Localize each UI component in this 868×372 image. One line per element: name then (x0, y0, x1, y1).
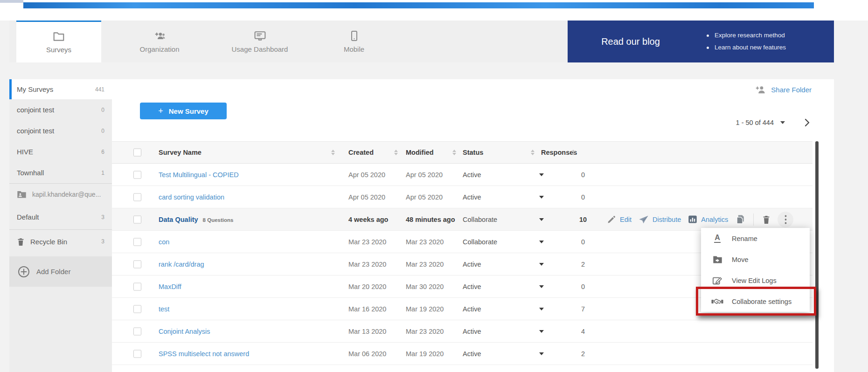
sort-icon-status[interactable] (531, 150, 535, 155)
status-cell: Active (463, 305, 481, 313)
row-checkbox[interactable] (133, 215, 141, 223)
survey-name-link[interactable]: MaxDiff (159, 283, 181, 290)
responses-cell: 0 (560, 193, 606, 201)
tab-usage-dashboard[interactable]: Usage Dashboard (218, 21, 302, 62)
created-cell: Mar 06 2020 (348, 350, 386, 358)
topbar-progress-bar (23, 2, 814, 8)
folder-count: 0 (101, 128, 104, 134)
status-dropdown-caret[interactable] (539, 173, 544, 176)
delete-button[interactable] (762, 215, 771, 224)
folder-count: 6 (101, 149, 104, 155)
select-all-checkbox[interactable] (133, 149, 141, 157)
menu-item-rename[interactable]: A Rename (701, 228, 810, 249)
status-dropdown-caret[interactable] (539, 330, 544, 333)
survey-name-link[interactable]: con (159, 238, 169, 246)
edit-button[interactable]: Edit (607, 215, 632, 224)
tab-usage-label: Usage Dashboard (232, 45, 288, 53)
table-row: SPSS multiselect not answerd Mar 06 2020… (112, 343, 812, 365)
share-folder-label: Share Folder (771, 86, 812, 94)
sidebar-item-recycle-bin[interactable]: Recycle Bin 3 (9, 230, 112, 253)
status-dropdown-caret[interactable] (539, 308, 544, 310)
sort-icon-responses[interactable] (571, 150, 575, 155)
folder-label: conjoint test (17, 106, 54, 114)
folder-icon (53, 31, 65, 42)
row-checkbox[interactable] (133, 282, 141, 290)
menu-item-collaborate-settings[interactable]: Collaborate settings (701, 291, 810, 312)
duplicate-button[interactable] (735, 214, 745, 225)
new-survey-button[interactable]: + New Survey (140, 103, 227, 119)
analytics-button[interactable]: Analytics (688, 215, 728, 224)
responses-cell: 2 (560, 350, 606, 358)
table-scrollbar[interactable] (815, 141, 819, 369)
created-cell: Mar 23 2020 (348, 261, 386, 268)
pagination-caret-icon[interactable] (780, 121, 785, 124)
share-folder-button[interactable]: Share Folder (755, 85, 812, 95)
survey-name-link[interactable]: Data Quality8 Questions (159, 216, 233, 223)
status-dropdown-caret[interactable] (539, 285, 544, 288)
row-checkbox[interactable] (133, 327, 141, 335)
add-folder-label: Add Folder (36, 268, 70, 276)
row-checkbox[interactable] (133, 238, 141, 246)
sort-icon-name[interactable] (331, 150, 335, 155)
more-options-button[interactable] (778, 212, 793, 227)
survey-name-link[interactable]: card sorting validation (159, 193, 224, 201)
status-dropdown-caret[interactable] (539, 241, 544, 243)
edit-label: Edit (620, 216, 632, 223)
vertical-dots-icon (785, 215, 787, 224)
status-dropdown-caret[interactable] (539, 196, 544, 199)
add-folder-button[interactable]: Add Folder (9, 256, 112, 287)
row-checkbox[interactable] (133, 350, 141, 358)
blog-banner[interactable]: Read our blog Explore research method Le… (568, 21, 834, 62)
modified-cell: Mar 19 2020 (406, 350, 444, 358)
status-dropdown-caret[interactable] (539, 352, 544, 355)
survey-name-link[interactable]: test (159, 305, 169, 313)
header-status: Status (463, 149, 483, 156)
modified-cell: Mar 19 2020 (406, 305, 444, 313)
sidebar-item-townhall[interactable]: Townhall 1 (9, 162, 112, 183)
survey-name-link[interactable]: Conjoint Analysis (159, 328, 210, 335)
folder-count: 1 (101, 170, 104, 176)
menu-item-move[interactable]: Move (701, 249, 810, 270)
tab-mobile-label: Mobile (344, 45, 364, 53)
distribute-button[interactable]: Distribute (639, 215, 681, 224)
row-context-menu: A Rename Move View Edit Logs Collaborate… (701, 228, 810, 312)
sidebar-item-conjoint-test-1[interactable]: conjoint test 0 (9, 99, 112, 120)
sort-icon-created[interactable] (394, 150, 398, 155)
status-dropdown-caret[interactable] (539, 263, 544, 266)
status-cell: Collaborate (463, 216, 497, 223)
row-checkbox[interactable] (133, 305, 141, 313)
copy-icon (735, 214, 745, 225)
sort-icon-modified[interactable] (452, 150, 456, 155)
sidebar-item-shared-folder[interactable]: kapil.khandekar@que... (9, 184, 112, 205)
banner-bullet-1-text: Explore research method (715, 29, 785, 41)
folder-label: kapil.khandekar@que... (32, 191, 101, 198)
next-page-button[interactable] (805, 118, 810, 127)
banner-title[interactable]: Read our blog (568, 36, 694, 47)
status-dropdown-caret[interactable] (539, 218, 544, 221)
modified-cell: Apr 05 2020 (406, 193, 443, 201)
plus-icon: + (158, 106, 163, 116)
survey-name-link[interactable]: rank /card/drag (159, 261, 204, 268)
handshake-icon (711, 297, 723, 306)
shared-folder-icon (17, 190, 27, 198)
tab-organization[interactable]: Organization (101, 21, 218, 62)
banner-bullet-2-text: Learn about new features (715, 41, 786, 54)
created-cell: 4 weeks ago (348, 216, 388, 223)
sidebar-item-conjoint-test-2[interactable]: conjoint test 0 (9, 120, 112, 141)
tab-surveys[interactable]: Surveys (16, 21, 101, 62)
tab-mobile[interactable]: Mobile (312, 21, 396, 62)
sidebar-item-hive[interactable]: HIVE 6 (9, 141, 112, 162)
survey-name-link[interactable]: Test Multilingual - COPIED (159, 171, 239, 179)
edit-logs-icon (711, 276, 723, 285)
row-checkbox[interactable] (133, 260, 141, 268)
survey-name-link[interactable]: SPSS multiselect not answerd (159, 350, 249, 358)
row-checkbox[interactable] (133, 193, 141, 201)
pagination: 1 - 50 of 444 (736, 118, 810, 127)
status-cell: Active (463, 171, 481, 179)
menu-item-view-edit-logs[interactable]: View Edit Logs (701, 270, 810, 291)
pagination-range[interactable]: 1 - 50 of 444 (736, 119, 774, 126)
row-checkbox[interactable] (133, 171, 141, 179)
sidebar-item-default[interactable]: Default 3 (9, 205, 112, 229)
sidebar-item-my-surveys[interactable]: My Surveys 441 (9, 79, 112, 99)
table-row: Test Multilingual - COPIED Apr 05 2020 A… (112, 164, 812, 186)
